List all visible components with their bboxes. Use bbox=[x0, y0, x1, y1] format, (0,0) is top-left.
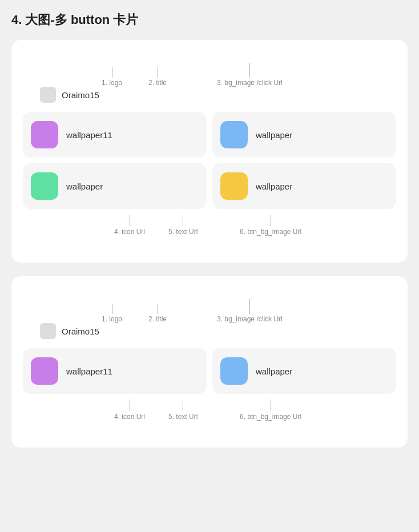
cards-grid-2: wallpaper11 wallpaper bbox=[23, 348, 396, 394]
ann-btn-bg-url-1: 6. btn_bg_image Url bbox=[240, 215, 301, 236]
bottom-annotations-1: 4. icon Url 5. text Url 6. btn_bg_image … bbox=[23, 215, 396, 249]
ann-text-url-1: 5. text Url bbox=[168, 215, 198, 236]
card-icon-purple-1 bbox=[31, 121, 58, 148]
card-1-3[interactable]: wallpaper bbox=[23, 163, 207, 209]
card-icon-blue-1 bbox=[220, 121, 248, 148]
logo-text-2: Oraimo15 bbox=[62, 327, 99, 336]
annotation-bg-2: 3. bg_image /click Url bbox=[217, 299, 283, 323]
cards-grid-1: wallpaper11 wallpaper wallpaper wallpape… bbox=[23, 112, 396, 209]
ann-icon-url-1: 4. icon Url bbox=[114, 215, 145, 236]
card-1-1[interactable]: wallpaper11 bbox=[23, 112, 207, 158]
card-1-4[interactable]: wallpaper bbox=[212, 163, 396, 209]
annotation-title-1: 2. title bbox=[148, 67, 167, 87]
card-2-2[interactable]: wallpaper bbox=[212, 348, 396, 394]
card-label-1-1: wallpaper11 bbox=[66, 130, 112, 140]
ann-btn-bg-url-2: 6. btn_bg_image Url bbox=[240, 400, 301, 421]
card-2-1[interactable]: wallpaper11 bbox=[23, 348, 207, 394]
annotation-logo-2: 1. logo bbox=[102, 304, 122, 323]
annotation-logo-1: 1. logo bbox=[102, 67, 122, 87]
card-label-1-2: wallpaper bbox=[256, 130, 292, 140]
card-icon-yellow-1 bbox=[220, 172, 248, 200]
card-label-2-1: wallpaper11 bbox=[66, 366, 112, 376]
logo-row-2: Oraimo15 bbox=[23, 323, 396, 339]
top-annotations-2: 1. logo 2. title 3. bg_image /click Url bbox=[23, 293, 396, 323]
bottom-annotations-2: 4. icon Url 5. text Url 6. btn_bg_image … bbox=[23, 400, 396, 434]
page-title: 4. 大图-多 button 卡片 bbox=[11, 11, 408, 29]
section-1: 1. logo 2. title 3. bg_image /click Url … bbox=[11, 40, 408, 263]
annotation-bg-1: 3. bg_image /click Url bbox=[217, 63, 283, 87]
card-icon-purple-2 bbox=[31, 357, 58, 385]
logo-icon-1 bbox=[40, 87, 56, 103]
card-icon-green-1 bbox=[31, 172, 58, 200]
section-2: 1. logo 2. title 3. bg_image /click Url … bbox=[11, 276, 408, 448]
top-annotations-1: 1. logo 2. title 3. bg_image /click Url bbox=[23, 57, 396, 87]
logo-icon-2 bbox=[40, 323, 56, 339]
ann-icon-url-2: 4. icon Url bbox=[114, 400, 145, 421]
card-label-1-4: wallpaper bbox=[256, 182, 292, 191]
card-icon-blue-2 bbox=[220, 357, 248, 385]
logo-text-1: Oraimo15 bbox=[62, 90, 99, 100]
card-label-2-2: wallpaper bbox=[256, 366, 292, 376]
card-1-2[interactable]: wallpaper bbox=[212, 112, 396, 158]
logo-row-1: Oraimo15 bbox=[23, 87, 396, 103]
annotation-title-2: 2. title bbox=[148, 304, 167, 323]
ann-text-url-2: 5. text Url bbox=[168, 400, 198, 421]
card-label-1-3: wallpaper bbox=[66, 182, 103, 191]
